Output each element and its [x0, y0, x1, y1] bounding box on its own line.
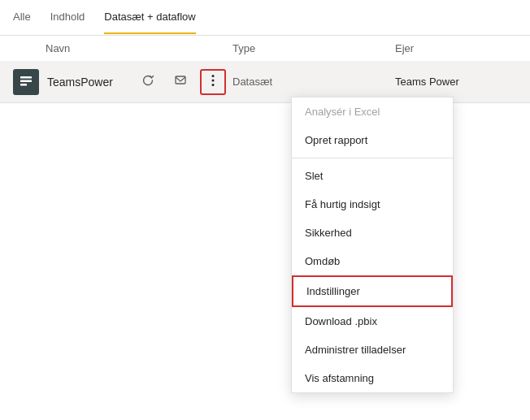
row-owner-label: Teams Power	[395, 76, 517, 88]
subscribe-icon	[174, 74, 187, 89]
menu-item-analysér[interactable]: Analysér i Excel	[292, 97, 453, 126]
context-menu: Analysér i Excel Opret rapport Slet Få h…	[291, 97, 454, 393]
svg-rect-2	[20, 84, 27, 86]
menu-item-omdøb[interactable]: Omdøb	[292, 247, 453, 275]
top-navigation: Alle Indhold Datasæt + dataflow	[0, 0, 530, 36]
col-header-type: Type	[232, 42, 395, 54]
menu-divider-1	[292, 158, 453, 158]
menu-item-slet[interactable]: Slet	[292, 162, 453, 190]
svg-rect-1	[20, 80, 32, 82]
svg-point-6	[212, 84, 215, 86]
menu-item-download[interactable]: Download .pbix	[292, 307, 453, 336]
tab-indhold[interactable]: Indhold	[50, 1, 85, 34]
menu-item-administrer[interactable]: Administrer tilladelser	[292, 336, 453, 364]
svg-point-4	[212, 75, 215, 77]
svg-rect-0	[20, 76, 32, 79]
menu-item-indsigt[interactable]: Få hurtig indsigt	[292, 190, 453, 219]
tab-alle[interactable]: Alle	[13, 1, 31, 34]
column-headers: Navn Type Ejer	[0, 36, 530, 61]
more-options-button[interactable]	[200, 69, 226, 95]
table-row: TeamsPower	[0, 61, 530, 103]
row-name-label: TeamsPower	[47, 76, 135, 89]
menu-item-afstamning[interactable]: Vis afstamning	[292, 364, 453, 392]
dataset-icon	[13, 69, 39, 95]
col-header-owner: Ejer	[395, 42, 517, 54]
menu-item-sikkerhed[interactable]: Sikkerhed	[292, 219, 453, 247]
refresh-button[interactable]	[135, 69, 161, 95]
svg-rect-3	[176, 76, 185, 84]
col-header-name: Navn	[13, 42, 232, 54]
row-type-label: Datasæt	[232, 76, 395, 88]
svg-point-5	[212, 80, 215, 82]
row-actions	[135, 69, 226, 95]
refresh-icon	[141, 74, 154, 89]
menu-item-indstillinger[interactable]: Indstillinger	[292, 275, 453, 307]
subscribe-button[interactable]	[167, 69, 193, 95]
more-icon	[211, 74, 215, 89]
tab-datasaet[interactable]: Datasæt + dataflow	[104, 1, 195, 34]
menu-item-opret[interactable]: Opret rapport	[292, 126, 453, 154]
